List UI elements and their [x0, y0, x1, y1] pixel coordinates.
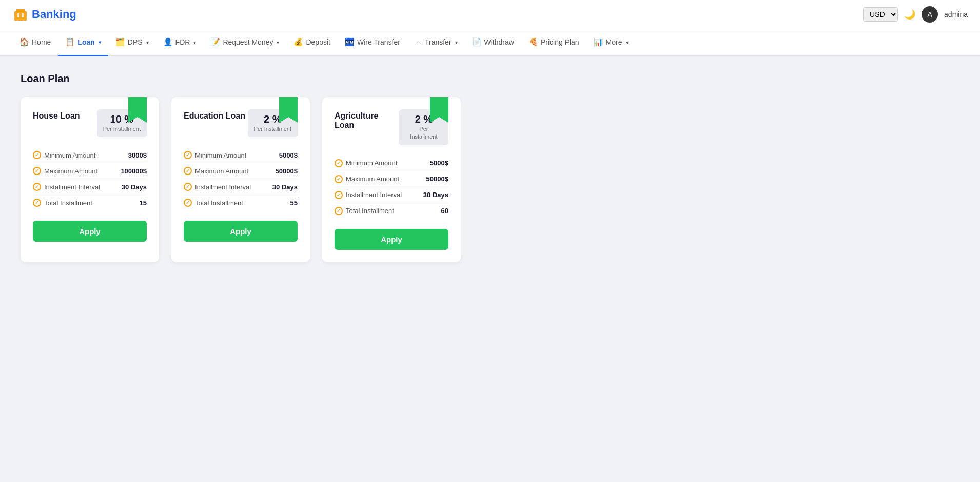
- check-icon: [33, 183, 41, 191]
- nav-dps-label: DPS: [128, 38, 143, 46]
- house-loan-min-amount-row: Minimum Amount 3000$: [33, 147, 147, 163]
- agriculture-loan-details: Minimum Amount 5000$ Maximum Amount 5000…: [335, 156, 448, 219]
- nav-request-money[interactable]: 📝 Request Money ▾: [203, 29, 286, 56]
- more-icon: 📊: [594, 37, 603, 47]
- page-title: Loan Plan: [21, 73, 959, 85]
- house-loan-details: Minimum Amount 3000$ Maximum Amount 1000…: [33, 147, 147, 210]
- nav-pricing-plan[interactable]: 🍕 Pricing Plan: [521, 29, 586, 56]
- house-loan-rate-label: Per Installment: [103, 125, 141, 133]
- education-loan-total-value: 55: [290, 199, 298, 207]
- pricing-plan-icon: 🍕: [528, 37, 538, 47]
- currency-selector[interactable]: USD EUR GBP: [863, 7, 898, 22]
- education-loan-total-label: Total Installment: [184, 199, 243, 207]
- header: Banking USD EUR GBP 🌙 A admina: [0, 0, 980, 29]
- svg-rect-0: [14, 11, 27, 21]
- nav-home[interactable]: 🏠 Home: [12, 29, 58, 56]
- check-icon: [184, 167, 192, 175]
- house-loan-max-amount-label: Maximum Amount: [33, 167, 97, 175]
- nav-transfer-label: Transfer: [425, 38, 452, 46]
- dps-chevron: ▾: [146, 40, 149, 45]
- education-loan-max-amount-value: 50000$: [276, 167, 298, 175]
- dps-icon: 🗂️: [115, 37, 125, 47]
- nav-loan[interactable]: 📋 Loan ▾: [58, 29, 108, 56]
- education-loan-interval-row: Installment Interval 30 Days: [184, 179, 298, 195]
- house-loan-apply-button[interactable]: Apply: [33, 221, 147, 242]
- nav-withdraw-label: Withdraw: [484, 38, 514, 46]
- agriculture-loan-apply-button[interactable]: Apply: [335, 229, 448, 250]
- fdr-icon: 👤: [163, 37, 173, 47]
- education-loan-min-amount-row: Minimum Amount 5000$: [184, 147, 298, 163]
- more-chevron: ▾: [626, 40, 629, 45]
- loan-cards-container: House Loan 10 % Per Installment Minimum …: [21, 97, 959, 262]
- nav-withdraw[interactable]: 📄 Withdraw: [465, 29, 521, 56]
- username: admina: [944, 10, 968, 18]
- svg-rect-2: [17, 13, 19, 17]
- house-loan-title: House Loan: [33, 111, 80, 121]
- house-loan-total-value: 15: [140, 199, 147, 207]
- check-icon: [335, 159, 343, 167]
- wire-transfer-icon: 🏧: [345, 37, 355, 47]
- house-loan-max-amount-value: 100000$: [121, 167, 147, 175]
- svg-rect-3: [22, 13, 24, 17]
- house-loan-max-amount-row: Maximum Amount 100000$: [33, 163, 147, 179]
- agriculture-loan-interval-row: Installment Interval 30 Days: [335, 187, 448, 203]
- agriculture-loan-max-amount-label: Maximum Amount: [335, 175, 399, 183]
- house-loan-card: House Loan 10 % Per Installment Minimum …: [21, 97, 159, 262]
- agriculture-loan-total-row: Total Installment 60: [335, 203, 448, 219]
- nav-dps[interactable]: 🗂️ DPS ▾: [108, 29, 156, 56]
- check-icon: [33, 151, 41, 159]
- education-loan-details: Minimum Amount 5000$ Maximum Amount 5000…: [184, 147, 298, 210]
- app-name: Banking: [32, 8, 76, 21]
- main-content: Loan Plan House Loan 10 % Per Installmen…: [0, 56, 980, 279]
- education-loan-max-amount-label: Maximum Amount: [184, 167, 248, 175]
- agriculture-loan-interval-value: 30 Days: [423, 191, 448, 199]
- nav-request-money-label: Request Money: [223, 38, 273, 46]
- avatar: A: [922, 6, 938, 23]
- transfer-icon: ↔️: [415, 38, 422, 47]
- svg-rect-1: [16, 9, 25, 12]
- nav-wire-transfer[interactable]: 🏧 Wire Transfer: [338, 29, 407, 56]
- nav-wire-transfer-label: Wire Transfer: [357, 38, 400, 46]
- fdr-chevron: ▾: [193, 40, 196, 45]
- house-loan-min-amount-value: 3000$: [128, 151, 147, 159]
- nav-deposit[interactable]: 💰 Deposit: [286, 29, 337, 56]
- agriculture-loan-max-amount-value: 50000$: [426, 175, 448, 183]
- check-icon: [33, 167, 41, 175]
- request-money-chevron: ▾: [277, 40, 279, 45]
- request-money-icon: 📝: [210, 37, 220, 47]
- check-icon: [33, 199, 41, 207]
- app-logo[interactable]: Banking: [12, 6, 76, 23]
- check-icon: [184, 151, 192, 159]
- house-loan-interval-label: Installment Interval: [33, 183, 100, 191]
- education-loan-title: Education Loan: [184, 111, 245, 121]
- nav-more[interactable]: 📊 More ▾: [586, 29, 636, 56]
- loan-chevron: ▾: [99, 40, 101, 45]
- house-loan-total-label: Total Installment: [33, 199, 92, 207]
- education-loan-max-amount-row: Maximum Amount 50000$: [184, 163, 298, 179]
- house-loan-min-amount-label: Minimum Amount: [33, 151, 95, 159]
- nav-fdr[interactable]: 👤 FDR ▾: [156, 29, 204, 56]
- education-loan-interval-value: 30 Days: [272, 183, 298, 191]
- nav-transfer[interactable]: ↔️ Transfer ▾: [407, 30, 465, 56]
- education-loan-interval-label: Installment Interval: [184, 183, 251, 191]
- education-loan-min-amount-value: 5000$: [279, 151, 298, 159]
- agriculture-loan-card: Agriculture Loan 2 % Per Installment Min…: [322, 97, 461, 262]
- check-icon: [184, 183, 192, 191]
- dark-mode-toggle[interactable]: 🌙: [904, 9, 915, 20]
- agriculture-loan-title: Agriculture Loan: [335, 111, 399, 130]
- education-loan-apply-button[interactable]: Apply: [184, 221, 298, 242]
- nav-loan-label: Loan: [77, 38, 94, 46]
- house-loan-total-row: Total Installment 15: [33, 195, 147, 210]
- house-loan-interval-value: 30 Days: [122, 183, 147, 191]
- agriculture-loan-interval-label: Installment Interval: [335, 191, 402, 199]
- check-icon: [184, 199, 192, 207]
- agriculture-loan-min-amount-row: Minimum Amount 5000$: [335, 156, 448, 171]
- check-icon: [335, 191, 343, 199]
- nav-pricing-plan-label: Pricing Plan: [541, 38, 579, 46]
- navbar: 🏠 Home 📋 Loan ▾ 🗂️ DPS ▾ 👤 FDR ▾ 📝 Reque…: [0, 29, 980, 56]
- nav-more-label: More: [606, 38, 622, 46]
- home-icon: 🏠: [19, 37, 29, 47]
- house-loan-interval-row: Installment Interval 30 Days: [33, 179, 147, 195]
- agriculture-loan-total-value: 60: [441, 207, 448, 215]
- header-controls: USD EUR GBP 🌙 A admina: [863, 6, 968, 23]
